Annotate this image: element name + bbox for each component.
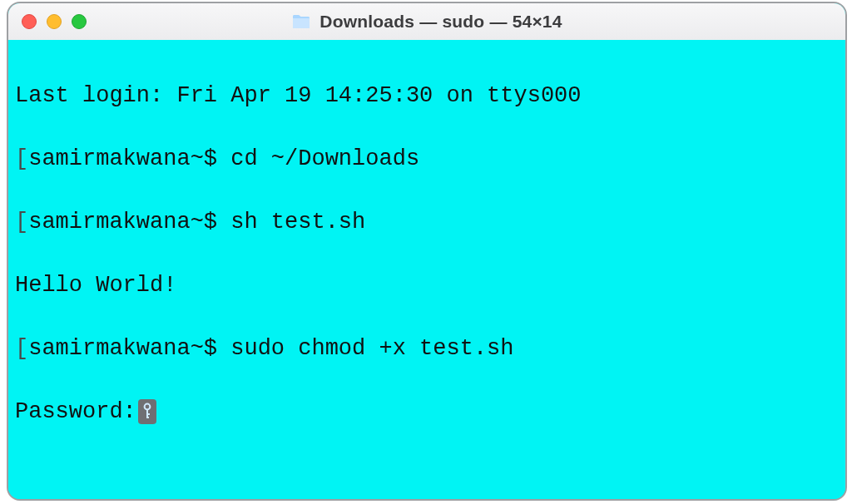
- close-button[interactable]: [22, 14, 37, 29]
- prompt: samirmakwana~$: [28, 146, 230, 171]
- output-line: Hello World!: [15, 269, 840, 301]
- titlebar: Downloads — sudo — 54×14: [8, 3, 845, 41]
- prompt-bracket: [: [15, 336, 28, 361]
- command-line-2: [samirmakwana~$ sh test.sh: [15, 206, 840, 238]
- minimize-button[interactable]: [47, 14, 62, 29]
- traffic-lights: [22, 14, 87, 29]
- svg-point-0: [144, 404, 150, 410]
- command-text: cd ~/Downloads: [230, 146, 419, 171]
- svg-rect-3: [146, 417, 149, 418]
- svg-rect-2: [146, 413, 150, 415]
- last-login-line: Last login: Fri Apr 19 14:25:30 on ttys0…: [15, 80, 840, 111]
- zoom-button[interactable]: [72, 14, 87, 29]
- folder-icon: [291, 13, 311, 30]
- key-icon: [138, 399, 156, 424]
- prompt: samirmakwana~$: [28, 336, 230, 361]
- window-title: Downloads — sudo — 54×14: [320, 12, 562, 32]
- terminal-window: Downloads — sudo — 54×14 Last login: Fri…: [7, 2, 847, 501]
- command-line-1: [samirmakwana~$ cd ~/Downloads: [15, 143, 840, 175]
- password-prompt-line: Password:: [15, 396, 840, 427]
- command-line-3: [samirmakwana~$ sudo chmod +x test.sh: [15, 333, 840, 364]
- prompt-bracket: [: [15, 210, 28, 235]
- password-label: Password:: [15, 399, 136, 424]
- terminal-body[interactable]: Last login: Fri Apr 19 14:25:30 on ttys0…: [8, 40, 845, 499]
- prompt: samirmakwana~$: [28, 210, 230, 235]
- command-text: sudo chmod +x test.sh: [230, 336, 513, 361]
- command-text: sh test.sh: [230, 210, 365, 235]
- prompt-bracket: [: [15, 146, 28, 171]
